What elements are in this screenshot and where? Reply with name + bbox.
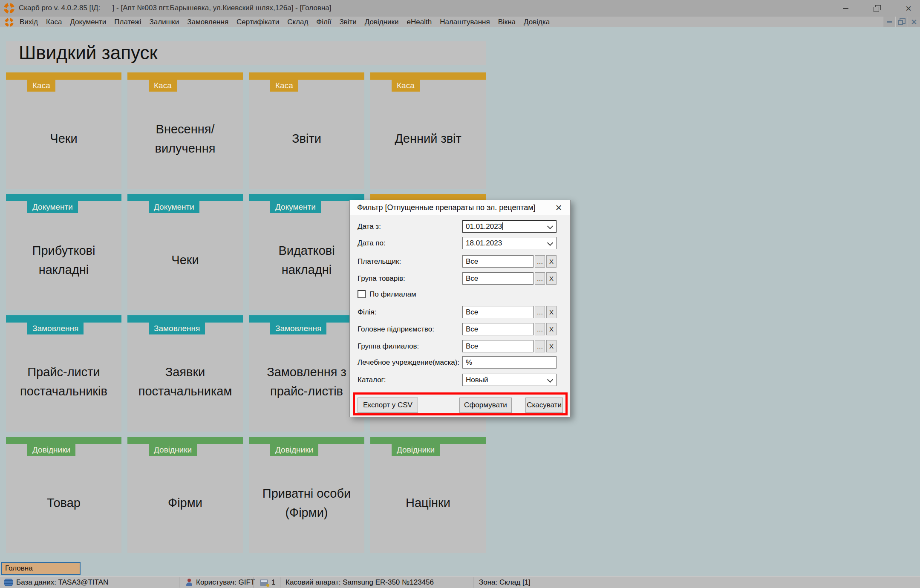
status-register-count: 1 <box>260 576 275 588</box>
date-to-input[interactable]: 18.01.2023 <box>462 237 557 249</box>
menu-item-kasa[interactable]: Каса <box>46 18 62 26</box>
status-separator <box>179 577 179 588</box>
branch-input[interactable]: Все <box>462 306 534 318</box>
tile-label: Чеки <box>11 93 116 184</box>
catalog-label: Каталог: <box>358 374 386 386</box>
restore-icon <box>875 5 881 10</box>
category-bar <box>370 437 486 444</box>
ellipsis-button[interactable]: … <box>535 323 545 335</box>
close-button[interactable] <box>902 3 915 14</box>
goods-group-label: Група товарів: <box>358 272 405 285</box>
ellipsis-button[interactable]: … <box>535 340 545 352</box>
mdi-close-button[interactable] <box>908 17 920 27</box>
by-branches-row: По филиалам <box>350 289 570 301</box>
category-bar <box>127 194 243 201</box>
tile-documents-outgoing-invoices[interactable]: Документи Видаткові накладні <box>249 194 364 310</box>
clear-button[interactable]: X <box>546 272 557 285</box>
generate-button[interactable]: Сформувати <box>459 398 512 413</box>
export-csv-button[interactable]: Експорт у CSV <box>358 398 418 413</box>
status-database-text: База даних: TASA3@TITAN <box>16 578 108 587</box>
catalog-row: Каталог: Новый <box>350 374 570 386</box>
tile-directories-firms[interactable]: Довідники Фірми <box>127 437 243 553</box>
payer-input[interactable]: Все <box>462 255 534 268</box>
ellipsis-button[interactable]: … <box>535 272 545 285</box>
title-bar: Скарб pro v. 4.0.2.85 [ІД: ] - [Апт №003… <box>0 0 920 17</box>
menu-item-windows[interactable]: Вікна <box>498 18 516 26</box>
goods-group-input[interactable]: Все <box>462 272 534 285</box>
tile-directories-private-persons[interactable]: Довідники Приватні особи (Фірми) <box>249 437 364 553</box>
ellipsis-button[interactable]: … <box>535 306 545 318</box>
menu-item-reports[interactable]: Звіти <box>339 18 356 26</box>
tile-documents-incoming-invoices[interactable]: Документи Прибуткові накладні <box>6 194 121 310</box>
mdi-minimize-button[interactable] <box>883 17 895 27</box>
tile-label: Приватні особи (Фірми) <box>254 457 359 549</box>
mdi-restore-button[interactable] <box>895 17 908 27</box>
status-zone: Зона: Склад [1] <box>479 576 531 588</box>
status-zone-text: Зона: Склад [1] <box>479 578 531 587</box>
chevron-down-icon[interactable] <box>547 377 553 383</box>
menu-item-orders[interactable]: Замовлення <box>187 18 228 26</box>
tile-kasa-reports[interactable]: Каса Звіти <box>249 72 364 189</box>
category-label: Замовлення <box>27 323 84 334</box>
cancel-button[interactable]: Скасувати <box>525 398 563 413</box>
tile-label: Заявки постачальникам <box>133 336 238 427</box>
restore-button[interactable] <box>871 3 883 14</box>
category-bar <box>127 315 243 323</box>
menu-item-help[interactable]: Довідка <box>524 18 550 26</box>
tile-kasa-deposit-withdrawal[interactable]: Каса Внесення/вилучення <box>127 72 243 189</box>
dialog-title-bar[interactable]: Фильтр [Отпущенные препараты по эл. реце… <box>350 200 570 215</box>
status-cash-device: Касовий апарат: Samsung ER-350 №123456 <box>286 576 434 588</box>
tile-kasa-daily-report[interactable]: Каса Денний звіт <box>370 72 486 189</box>
restore-icon <box>900 18 906 24</box>
category-label: Документи <box>270 201 321 213</box>
date-from-input[interactable]: 01.01.2023 <box>462 220 557 233</box>
dialog-close-icon[interactable] <box>553 202 564 213</box>
tab-home[interactable]: Головна <box>1 562 81 575</box>
clear-button[interactable]: X <box>546 306 557 318</box>
menu-item-certificates[interactable]: Сертифікати <box>236 18 279 26</box>
menu-item-settings[interactable]: Налаштування <box>440 18 490 26</box>
menu-item-directories[interactable]: Довідники <box>365 18 399 26</box>
menu-item-payments[interactable]: Платежі <box>114 18 141 26</box>
head-company-input[interactable]: Все <box>462 323 534 335</box>
medical-institution-input[interactable]: % <box>462 356 557 369</box>
tile-directories-markups[interactable]: Довідники Націнки <box>370 437 486 553</box>
category-label: Каса <box>149 80 177 92</box>
menu-item-branches[interactable]: Філії <box>316 18 331 26</box>
minimize-button[interactable] <box>839 3 852 14</box>
application-window: Скарб pro v. 4.0.2.85 [ІД: ] - [Апт №003… <box>0 0 920 588</box>
tile-label: Прайс-листи постачальників <box>11 336 116 427</box>
tile-orders-supplier-requests[interactable]: Замовлення Заявки постачальникам <box>127 315 243 432</box>
menu-item-exit[interactable]: Вихід <box>20 18 38 26</box>
branch-row: Філія: Все … X <box>350 306 570 318</box>
clear-button[interactable]: X <box>546 323 557 335</box>
tile-label: Чеки <box>133 214 238 306</box>
tile-label: Товар <box>11 457 116 549</box>
menu-item-ehealth[interactable]: eHealth <box>407 18 432 26</box>
ellipsis-button[interactable]: … <box>535 255 545 268</box>
branch-group-row: Группа филиалов: Все … X <box>350 340 570 352</box>
branch-group-input[interactable]: Все <box>462 340 534 352</box>
tile-documents-checks[interactable]: Документи Чеки <box>127 194 243 310</box>
filter-dialog: Фильтр [Отпущенные препараты по эл. реце… <box>349 200 571 417</box>
by-branches-checkbox[interactable] <box>358 290 366 298</box>
menu-item-warehouse[interactable]: Склад <box>287 18 308 26</box>
medical-institution-label: Лечебное учреждение(маска): <box>358 356 459 369</box>
tile-label: Внесення/вилучення <box>133 93 238 184</box>
tile-orders-from-pricelists[interactable]: Замовлення Замовлення з прайс-листів <box>249 315 364 432</box>
chevron-down-icon[interactable] <box>547 240 553 246</box>
tile-directories-goods[interactable]: Довідники Товар <box>6 437 121 553</box>
catalog-select[interactable]: Новый <box>462 374 557 386</box>
chevron-down-icon[interactable] <box>547 223 553 229</box>
clear-button[interactable]: X <box>546 255 557 268</box>
menu-item-stocks[interactable]: Залишки <box>150 18 179 26</box>
app-logo-icon <box>4 3 14 14</box>
date-from-label: Дата з: <box>358 220 381 233</box>
category-bar <box>6 315 121 323</box>
tile-orders-supplier-pricelists[interactable]: Замовлення Прайс-листи постачальників <box>6 315 121 432</box>
menu-item-documents[interactable]: Документи <box>70 18 106 26</box>
clear-button[interactable]: X <box>546 340 557 352</box>
category-bar <box>249 72 364 80</box>
app-logo-icon <box>5 18 14 27</box>
tile-kasa-checks[interactable]: Каса Чеки <box>6 72 121 189</box>
